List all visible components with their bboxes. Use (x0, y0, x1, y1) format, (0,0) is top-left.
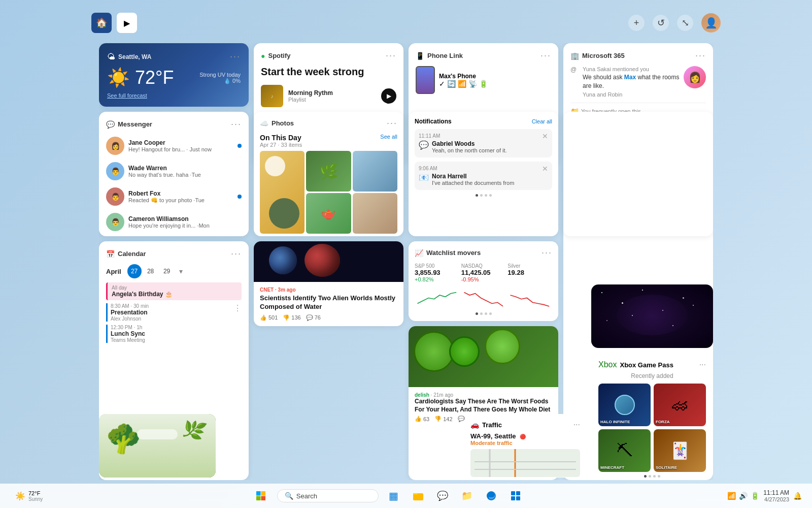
photos-date-count: Apr 27 · 33 items (260, 142, 302, 148)
battery-icon[interactable]: 🔋 (751, 492, 759, 500)
phonelink-title: Phone Link (427, 52, 463, 59)
taskbar-folder-btn[interactable]: 📁 (458, 487, 476, 505)
notif-sender: Nora Harrell (432, 173, 514, 180)
notif-close-btn[interactable]: ✕ (542, 165, 548, 173)
calendar-more-btn[interactable]: ··· (231, 248, 242, 259)
col2-row3: CNET · 3m ago Scientists Identify Two Al… (254, 241, 403, 480)
user-avatar[interactable]: 👤 (701, 13, 721, 33)
taskbar-explorer-btn[interactable] (409, 487, 427, 505)
notification-item[interactable]: 11:11 AM ✕ 💬 Gabriel Woods Yeah, on the … (415, 129, 552, 157)
watchlist-dots (415, 312, 552, 315)
cnet-dislikes: 👎 136 (283, 314, 300, 321)
taskbar-store-btn[interactable] (506, 487, 525, 505)
network-icon[interactable]: 📶 (727, 492, 736, 500)
avatar: 👨 (106, 187, 124, 206)
start-button[interactable] (251, 486, 271, 506)
photos-see-all-btn[interactable]: See all (380, 134, 397, 140)
windows-logo-icon (256, 491, 266, 501)
spotify-track-1: ♪ Morning Rythm Playlist ▶ (261, 85, 396, 107)
list-item[interactable]: 👩 Jane Cooper Hey! Hangout for bru... · … (106, 135, 242, 157)
xbox-game-minecraft[interactable]: ⛏ MINECRAFT (598, 429, 651, 472)
mention-from: Yuna and Robin (583, 91, 680, 98)
cal-date-27[interactable]: 27 (127, 264, 142, 278)
taskbar-messenger-btn[interactable]: 💬 (433, 487, 452, 505)
search-bar[interactable]: 🔍 Search (277, 489, 379, 502)
home-nav-icon[interactable]: 🏠 (91, 13, 112, 33)
photo-thumb[interactable]: 🫖 (306, 193, 351, 234)
photo-thumb[interactable] (353, 193, 397, 234)
xbox-dots (598, 475, 706, 478)
mention-user-label: Yuna Sakai mentioned you (583, 66, 680, 72)
stock-item-nasdaq[interactable]: NASDAQ 11,425.05 -0.95% (461, 263, 506, 282)
xbox-widget (563, 112, 713, 236)
weather-forecast-link[interactable]: See full forecast (107, 92, 241, 99)
notification-item[interactable]: 9:06 AM ✕ 📧 Nora Harrell I've attached t… (415, 162, 552, 190)
calendar-expand-btn[interactable]: ▾ (179, 267, 183, 275)
event-time-label: All day (112, 285, 238, 291)
list-item[interactable]: 👨 Wade Warren No way that's true. haha ·… (106, 160, 242, 182)
list-item[interactable]: 👨 Cameron Williamson Hope you're enjoyin… (106, 211, 242, 233)
track-thumb-morning-rhythm: ♪ (261, 85, 283, 107)
avatar: 👨 (106, 213, 124, 231)
svg-rect-12 (516, 491, 520, 495)
photos-more-btn[interactable]: ··· (387, 118, 397, 129)
cal-date-28[interactable]: 28 (144, 264, 158, 278)
photo-thumb[interactable] (353, 151, 397, 192)
video-nav-icon[interactable]: ▶ (117, 13, 137, 33)
m365-title: Microsoft 365 (582, 52, 625, 59)
nasdaq-chart (461, 287, 506, 309)
traffic-more-btn[interactable]: ··· (573, 420, 580, 429)
health-image (409, 326, 558, 387)
stock-item-sp500[interactable]: S&P 500 3,855.93 +0.82% (415, 263, 459, 282)
notif-close-btn[interactable]: ✕ (542, 132, 548, 140)
calendar-event-2[interactable]: 12:30 PM · 1h Lunch Sync Teams Meeting (106, 325, 242, 343)
calendar-event-1[interactable]: 8:30 AM · 30 min Presentation Alex Johns… (106, 303, 242, 322)
taskbar-edge-btn[interactable] (482, 487, 500, 505)
cnet-likes: 👍 501 (260, 314, 278, 321)
m365-mention-item: @ Yuna Sakai mentioned you We should ask… (570, 66, 706, 98)
stock-name: S&P 500 (415, 263, 459, 269)
spotify-more-btn[interactable]: ··· (386, 50, 396, 61)
unread-dot (238, 144, 242, 148)
contact-preview: Hope you're enjoying it in... ·Mon (128, 223, 242, 229)
add-button[interactable]: + (628, 15, 645, 31)
xbox-game-forza[interactable]: 🏎 FORZA (654, 384, 706, 426)
phone-name: Max's Phone (439, 73, 488, 80)
refresh-button[interactable]: ↺ (653, 15, 669, 31)
cal-date-29[interactable]: 29 (160, 264, 174, 278)
xbox-title: Xbox Game Pass (620, 361, 673, 369)
notifications-bell-icon[interactable]: 🔔 (793, 492, 802, 500)
photo-thumb[interactable] (260, 151, 304, 234)
m365-more-btn[interactable]: ··· (695, 50, 706, 61)
event-options-btn[interactable]: ⋮ (233, 303, 242, 313)
collapse-button[interactable]: ⤡ (677, 15, 693, 31)
xbox-game-solitaire[interactable]: 🃏 SOLITAIRE (654, 429, 706, 472)
calendar-event-allday[interactable]: All day Angela's Birthday 🎂 (106, 282, 242, 300)
taskbar-weather[interactable]: ☀️ 72°F Sunny (10, 490, 48, 502)
play-track-1-btn[interactable]: ▶ (381, 88, 396, 104)
stock-item-silver[interactable]: Silver 19.28 (507, 263, 552, 282)
notif-messenger-icon: 💬 (419, 140, 429, 150)
messenger-more-btn[interactable]: ··· (231, 119, 242, 130)
xbox-more-btn[interactable]: ··· (699, 360, 706, 369)
phonelink-dots (415, 194, 552, 197)
photos-title: Photos (272, 119, 294, 127)
list-item[interactable]: 👨 Robert Fox Reacted 👊 to your photo ·Tu… (106, 185, 242, 208)
svg-rect-11 (511, 491, 515, 495)
contact-name: Cameron Williamson (128, 215, 242, 223)
notif-time: 11:11 AM (419, 133, 440, 139)
time-display[interactable]: 11:11 AM 4/27/2023 (763, 489, 789, 502)
phonelink-more-btn[interactable]: ··· (540, 50, 551, 61)
photos-heading: On This Day (260, 134, 302, 142)
watchlist-more-btn[interactable]: ··· (542, 247, 552, 258)
taskbar-widgets-btn[interactable]: ▦ (385, 487, 403, 505)
clear-all-btn[interactable]: Clear all (532, 118, 552, 124)
xbox-game-halo[interactable]: HALO INFINITE (598, 384, 651, 426)
event-subtitle: Teams Meeting (111, 337, 242, 343)
weather-more-btn[interactable]: ··· (230, 51, 241, 62)
photo-thumb[interactable]: 🌿 (306, 151, 351, 192)
traffic-map (470, 449, 580, 477)
messenger-title: Messenger (118, 120, 152, 128)
volume-icon[interactable]: 🔊 (739, 492, 748, 500)
xbox-recently-added: Recently added (598, 372, 706, 379)
